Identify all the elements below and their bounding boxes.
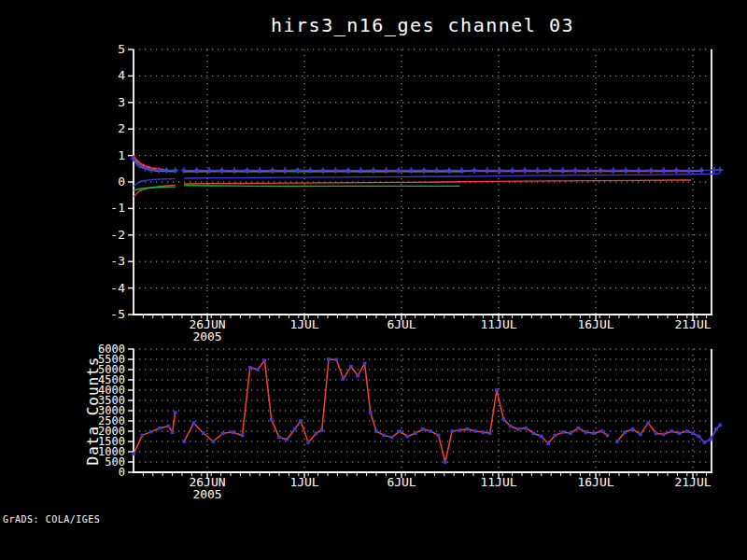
x-tick-label: 11JUL	[480, 317, 516, 331]
band-blue-cross-plus-marker	[345, 168, 351, 174]
band-blue-cross-plus-marker	[332, 167, 338, 173]
x-tick-label: 6JUL	[387, 317, 416, 331]
data-counts-square-marker	[524, 427, 528, 430]
data-counts-square-marker	[158, 427, 162, 430]
y-tick-label: 5	[118, 42, 125, 56]
band-blue-cross-plus-marker	[598, 168, 603, 174]
band-blue-cross-plus-marker	[173, 167, 178, 173]
band-blue-cross-plus-marker	[408, 167, 414, 173]
data-counts-square-marker	[349, 365, 353, 369]
data-counts-square-marker	[192, 421, 196, 425]
data-counts-square-marker	[561, 430, 565, 434]
data-counts-square-marker	[646, 421, 650, 425]
data-counts-square-marker	[685, 429, 689, 433]
series-data-counts	[184, 359, 607, 462]
x-tick-label: 11JUL	[480, 475, 516, 489]
y-tick-label: -5	[110, 307, 125, 321]
data-counts-square-marker	[141, 434, 145, 438]
band-blue-cross-plus-marker	[396, 168, 402, 174]
data-counts-square-marker	[577, 427, 581, 430]
data-counts-square-marker	[221, 431, 225, 435]
data-counts-square-marker	[473, 429, 477, 433]
data-counts-square-marker	[631, 427, 635, 431]
data-counts-square-marker	[202, 431, 205, 435]
band-blue-cross-plus-marker	[320, 168, 326, 174]
data-counts-square-marker	[231, 430, 234, 434]
band-blue-cross-plus-marker	[257, 167, 262, 173]
data-counts-square-marker	[662, 433, 666, 437]
data-counts-square-marker	[212, 440, 216, 443]
x-tick-sublabel: 2005	[192, 487, 221, 501]
data-counts-square-marker	[495, 388, 499, 392]
band-blue-cross-plus-marker	[358, 167, 363, 173]
x-tick-label: 6JUL	[387, 475, 416, 489]
y-tick-label: -3	[110, 254, 125, 268]
data-counts-square-marker	[678, 431, 682, 435]
band-blue-cross-plus-marker	[446, 168, 452, 174]
series-lower-green	[184, 186, 459, 187]
band-blue-cross-plus-marker	[522, 168, 528, 174]
band-blue-cross-plus-marker	[282, 167, 288, 173]
band-blue-cross-plus-marker	[383, 167, 388, 173]
band-blue-cross-plus-marker	[218, 168, 224, 174]
band-blue-cross-plus-marker	[534, 167, 540, 173]
data-counts-square-marker	[606, 434, 610, 438]
band-blue-cross-plus-marker	[433, 167, 439, 173]
band-blue-cross-plus-marker	[245, 168, 250, 174]
grads-footer: GrADS: COLA/IGES	[3, 514, 100, 525]
y-tick-label: 1	[118, 148, 125, 162]
x-tick-label: 21JUL	[674, 317, 711, 331]
data-counts-square-marker	[306, 441, 310, 444]
data-counts-square-marker	[383, 434, 387, 438]
data-counts-square-marker	[623, 430, 627, 434]
data-counts-square-marker	[585, 430, 588, 434]
y-tick-label: 0	[119, 466, 125, 479]
band-blue-cross-plus-marker	[371, 168, 376, 174]
data-counts-square-marker	[406, 435, 410, 439]
band-blue-cross-plus-marker	[270, 168, 275, 174]
data-counts-square-marker	[263, 358, 267, 362]
data-counts-square-marker	[569, 431, 572, 435]
band-blue-cross-plus-marker	[421, 168, 427, 174]
charts-canvas: 543210-1-2-3-4-526JUN20051JUL6JUL11JUL16…	[0, 0, 747, 560]
band-blue-cross-plus-marker	[156, 167, 162, 173]
y-tick-label: -1	[110, 201, 125, 215]
data-counts-square-marker	[374, 429, 378, 433]
data-counts-square-marker	[356, 374, 359, 378]
x-tick-label: 1JUL	[289, 317, 318, 331]
y-tick-label: -2	[110, 228, 125, 242]
band-blue-cross-plus-marker	[472, 168, 477, 174]
series-lower-blue	[134, 179, 176, 187]
data-counts-square-marker	[466, 427, 470, 431]
grads-plot-screen: hirs3_n16_ges channel 03 Data Counts 543…	[0, 0, 747, 560]
band-blue-cross-plus-marker	[560, 167, 566, 173]
x-tick-label: 16JUL	[577, 475, 613, 489]
data-counts-square-marker	[335, 358, 339, 362]
data-counts-square-marker	[369, 411, 373, 414]
data-counts-square-marker	[516, 427, 520, 431]
data-counts-square-marker	[342, 377, 345, 381]
data-counts-square-marker	[421, 427, 425, 431]
data-counts-square-marker	[299, 419, 303, 423]
y-tick-label: -4	[110, 281, 125, 295]
band-blue-cross-plus-marker	[686, 167, 692, 173]
x-tick-label: 16JUL	[577, 317, 613, 331]
data-counts-square-marker	[615, 440, 619, 443]
data-counts-square-marker	[444, 460, 447, 464]
data-counts-square-marker	[592, 431, 596, 435]
band-blue-cross-plus-marker	[163, 167, 169, 173]
data-counts-square-marker	[437, 434, 441, 438]
y-tick-label: 3	[118, 95, 125, 109]
band-blue-cross-plus-marker	[193, 168, 199, 174]
series-data-counts	[617, 423, 720, 442]
data-counts-square-marker	[458, 428, 462, 432]
data-counts-square-marker	[270, 418, 274, 422]
data-counts-square-marker	[639, 433, 642, 437]
data-counts-square-marker	[509, 425, 513, 428]
data-counts-square-marker	[488, 431, 492, 435]
band-blue-cross-plus-marker	[509, 167, 514, 173]
x-tick-label: 21JUL	[674, 475, 711, 489]
y-tick-label: 4	[118, 68, 125, 82]
data-counts-square-marker	[174, 411, 177, 414]
data-counts-square-marker	[256, 368, 260, 371]
